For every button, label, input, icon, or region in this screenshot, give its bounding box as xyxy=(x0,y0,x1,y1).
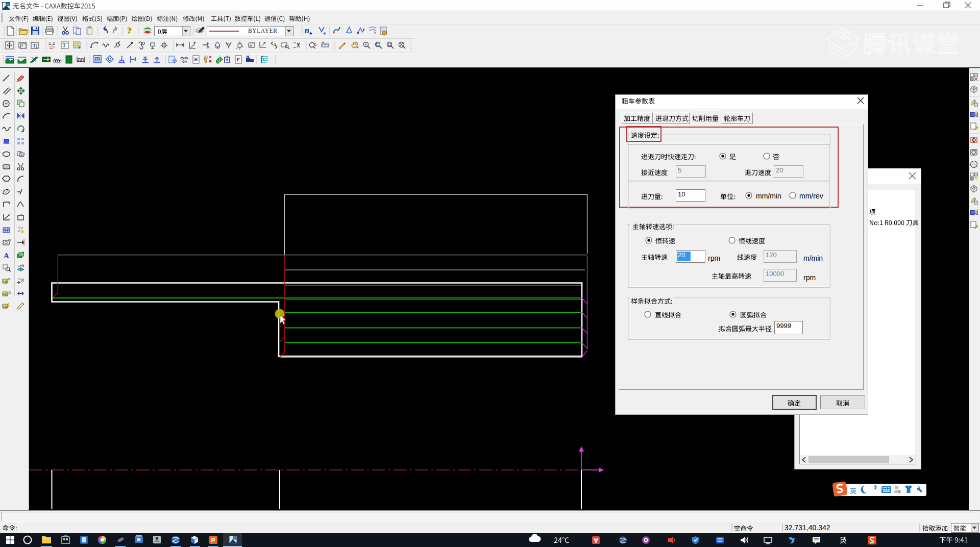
svg-text:P: P xyxy=(236,56,240,62)
svg-text:A: A xyxy=(250,44,252,47)
svg-text:HB: HB xyxy=(3,305,7,308)
svg-text:A: A xyxy=(274,42,277,47)
svg-text:HB: HB xyxy=(3,293,7,296)
svg-text:A: A xyxy=(8,290,11,295)
svg-text:A: A xyxy=(4,252,9,260)
svg-text:R: R xyxy=(194,56,199,62)
svg-text:n: n xyxy=(305,26,309,35)
svg-text:6w: 6w xyxy=(182,60,187,63)
svg-text:T: T xyxy=(33,42,36,48)
svg-text:HB: HB xyxy=(3,280,7,283)
svg-text:1.2: 1.2 xyxy=(48,41,55,46)
svg-text:?: ? xyxy=(127,26,132,35)
svg-text:B: B xyxy=(216,46,219,49)
svg-text:A: A xyxy=(207,45,210,49)
svg-text:A: A xyxy=(297,42,300,46)
